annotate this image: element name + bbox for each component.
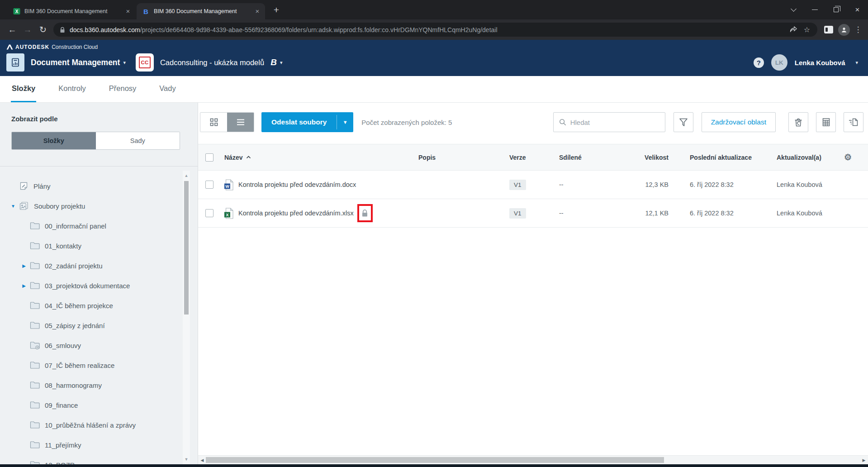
- tree-item-folder[interactable]: 05_zápisy z jednání: [0, 315, 183, 335]
- share-icon[interactable]: [787, 24, 800, 36]
- column-popis[interactable]: Popis: [418, 144, 436, 170]
- tree-item-folder[interactable]: 08_harmonogramy: [0, 375, 183, 395]
- column-verze[interactable]: Verze: [509, 144, 526, 170]
- tab-close-icon[interactable]: ×: [124, 7, 132, 15]
- tree-item-folder[interactable]: ▶ 03_projektová dokumentace: [0, 276, 183, 295]
- tree-item-folder[interactable]: 01_kontakty: [0, 236, 183, 256]
- window-close-button[interactable]: ×: [847, 0, 868, 19]
- user-avatar[interactable]: LK: [771, 54, 787, 71]
- project-files-icon: [19, 201, 29, 210]
- tree-item-folder[interactable]: 00_informační panel: [0, 216, 183, 236]
- upload-files-button[interactable]: Odeslat soubory ▼: [261, 112, 353, 132]
- document-management-icon[interactable]: [6, 53, 24, 71]
- expand-arrow-icon[interactable]: ▼: [7, 204, 19, 209]
- browser-tab-bar: X BIM 360 Document Management × B BIM 36…: [0, 0, 868, 19]
- help-icon[interactable]: ?: [754, 57, 764, 68]
- scroll-down-icon[interactable]: ▼: [183, 457, 190, 462]
- tab-slozky[interactable]: Složky: [11, 76, 36, 102]
- file-name[interactable]: Kontrola projektu před odevzdáním.docx: [238, 171, 356, 199]
- module-name[interactable]: Document Management: [31, 58, 120, 67]
- bookmark-star-icon[interactable]: ☆: [800, 24, 814, 36]
- project-logo-badge[interactable]: CC: [136, 53, 154, 71]
- browser-tab-2[interactable]: B BIM 360 Document Management ×: [137, 3, 265, 19]
- file-row-xlsx[interactable]: X Kontrola projektu před odevzdáním.xlsx…: [198, 199, 868, 228]
- module-chevron-down-icon[interactable]: ▾: [123, 60, 126, 66]
- file-name[interactable]: Kontrola projektu před odevzdáním.xlsx: [238, 199, 373, 227]
- user-name[interactable]: Lenka Koubová: [795, 59, 845, 67]
- recycle-bin-button[interactable]: [788, 112, 808, 132]
- search-box[interactable]: [553, 112, 665, 132]
- holding-area-button[interactable]: Zadržovací oblast: [702, 112, 776, 132]
- column-settings-gear-icon[interactable]: ⚙: [844, 144, 852, 170]
- scroll-left-icon[interactable]: ◀: [199, 456, 206, 465]
- forward-button[interactable]: →: [20, 22, 35, 38]
- new-tab-button[interactable]: +: [270, 5, 282, 15]
- tree-item-folder[interactable]: ▶ 02_zadání projektu: [0, 256, 183, 276]
- scrollbar-thumb[interactable]: [206, 457, 664, 463]
- column-posledni-aktualizace[interactable]: Poslední aktualizace: [690, 144, 752, 170]
- scrollbar-thumb[interactable]: [184, 181, 189, 315]
- reports-button[interactable]: [816, 112, 836, 132]
- version-badge[interactable]: V1: [509, 171, 526, 199]
- tree-item-soubory-projektu[interactable]: ▼ Soubory projektu: [0, 196, 183, 216]
- filter-button[interactable]: [674, 112, 693, 132]
- collapse-arrow-icon[interactable]: ▶: [18, 263, 30, 268]
- tab-close-icon[interactable]: ×: [253, 7, 261, 15]
- toggle-sets[interactable]: Sady: [96, 132, 180, 149]
- list-view-button[interactable]: [227, 113, 254, 132]
- collapse-arrow-icon[interactable]: ▶: [18, 283, 30, 288]
- module-nav-tabs: Složky Kontroly Přenosy Vady: [0, 76, 868, 103]
- project-name[interactable]: Cadconsulting - ukázka modelů: [160, 58, 264, 67]
- project-chevron-down-icon[interactable]: ▾: [280, 60, 283, 66]
- back-button[interactable]: ←: [5, 22, 20, 38]
- file-row-docx[interactable]: W Kontrola projektu před odevzdáním.docx…: [198, 171, 868, 199]
- horizontal-scrollbar[interactable]: ◀ ▶: [198, 455, 868, 464]
- grid-view-button[interactable]: [200, 113, 227, 132]
- side-panel-icon[interactable]: [822, 24, 835, 36]
- tree-item-folder-smlouvy[interactable]: 06_smlouvy: [0, 335, 183, 355]
- tree-item-folder[interactable]: 04_IČ během projekce: [0, 295, 183, 315]
- tab-kontroly[interactable]: Kontroly: [57, 76, 87, 102]
- content: Zobrazit podle Složky Sady Plány ▼: [0, 103, 868, 464]
- toggle-folders[interactable]: Složky: [12, 132, 96, 149]
- profile-avatar-icon[interactable]: [837, 24, 851, 36]
- version-badge[interactable]: V1: [509, 199, 526, 227]
- excel-favicon-icon: X: [13, 8, 20, 15]
- row-checkbox[interactable]: [205, 171, 213, 199]
- browser-tab-1[interactable]: X BIM 360 Document Management ×: [7, 3, 136, 19]
- search-input[interactable]: [570, 119, 659, 126]
- tab-vady[interactable]: Vady: [158, 76, 176, 102]
- row-checkbox[interactable]: [205, 199, 213, 227]
- tree-item-folder[interactable]: 10_průběžná hlášení a zprávy: [0, 415, 183, 435]
- column-nazev[interactable]: Název: [224, 144, 251, 170]
- tab-prenosy[interactable]: Přenosy: [108, 76, 138, 102]
- tree-item-folder[interactable]: 11_přejímky: [0, 435, 183, 455]
- tab-title: BIM 360 Document Management: [154, 8, 249, 14]
- column-sdilene[interactable]: Sdílené: [559, 144, 582, 170]
- export-button[interactable]: [844, 112, 863, 132]
- tree-item-folder[interactable]: 09_finance: [0, 395, 183, 415]
- ssl-lock-icon[interactable]: [60, 27, 65, 33]
- select-all-checkbox[interactable]: [205, 144, 213, 170]
- list-icon: [236, 119, 245, 126]
- tree-item-plany[interactable]: Plány: [0, 176, 183, 196]
- folder-icon: [30, 262, 40, 270]
- search-icon: [559, 118, 566, 126]
- scroll-right-icon[interactable]: ▶: [860, 456, 868, 465]
- tree-item-folder[interactable]: 07_IČ během realizace: [0, 355, 183, 375]
- trash-restore-icon: [794, 118, 803, 127]
- column-aktualizoval[interactable]: Aktualizoval(a): [777, 144, 821, 170]
- window-restore-button[interactable]: [825, 0, 847, 19]
- folder-icon: [30, 242, 40, 250]
- scroll-up-icon[interactable]: ▲: [183, 173, 190, 178]
- window-minimize-button[interactable]: [804, 0, 825, 19]
- browser-menu-icon[interactable]: ⋮: [853, 25, 863, 34]
- upload-dropdown-chevron-icon[interactable]: ▼: [337, 112, 353, 132]
- sidebar-scrollbar[interactable]: ▲ ▼: [183, 171, 190, 464]
- sort-asc-icon: [246, 156, 251, 159]
- column-velikost[interactable]: Velikost: [605, 144, 669, 170]
- user-menu-chevron-icon[interactable]: ▾: [855, 60, 858, 66]
- address-bar[interactable]: docs.b360.autodesk.com/projects/de664408…: [53, 23, 817, 37]
- window-menu-chevron-icon[interactable]: [783, 0, 804, 19]
- refresh-button[interactable]: ↻: [35, 22, 51, 38]
